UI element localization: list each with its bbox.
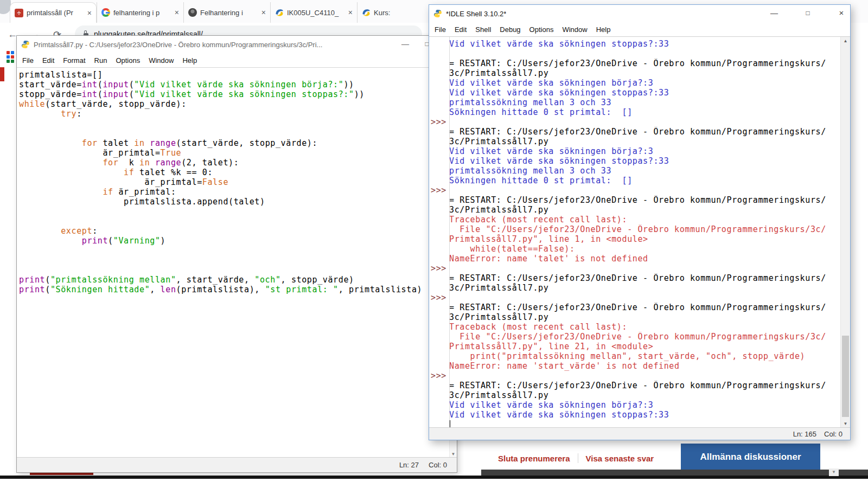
menu-edit[interactable]: Edit <box>450 23 471 36</box>
tab-title: primtalssåll (Pr <box>27 9 84 17</box>
code-line <box>19 129 450 138</box>
shell-line: = RESTART: C:/Users/jefor23/OneDrive - Ö… <box>429 381 841 390</box>
window-corner <box>0 0 11 14</box>
shell-line: Vid vilket värde ska sökningen börja?:3 <box>429 400 841 410</box>
shell-line: >>> <box>429 264 841 273</box>
menu-run[interactable]: Run <box>90 54 112 67</box>
maximize-button[interactable]: □ <box>799 5 816 22</box>
shell-line <box>429 49 841 59</box>
col-indicator: Col: 0 <box>824 430 843 438</box>
code-line <box>19 255 450 265</box>
editor-titlebar[interactable]: Primtalssåll7.py - C:/Users/jefor23/OneD… <box>17 36 457 53</box>
shell-line: primtalssökning mellan 3 och 33 <box>429 98 841 107</box>
shell-window-title: *IDLE Shell 3.10.2* <box>446 10 506 18</box>
shell-line: Sökningen hittade 0 st primtal: [] <box>429 107 841 117</box>
bookmark-grid-icon[interactable] <box>7 51 14 63</box>
code-line: är_primtal=False <box>19 177 450 187</box>
tab-felhantering-google[interactable]: felhantering i p × <box>97 2 183 23</box>
shell-line <box>429 420 841 428</box>
shell-rows: Vid vilket värde ska sökningen stoppas?:… <box>429 37 841 428</box>
shell-line: Vid vilket värde ska sökningen stoppas?:… <box>429 88 841 98</box>
shell-text-area[interactable]: Vid vilket värde ska sökningen stoppas?:… <box>429 36 850 428</box>
menu-window[interactable]: Window <box>558 23 591 36</box>
shell-line: >>> <box>429 371 841 381</box>
code-line: print("primtalssökning mellan", start_vä… <box>19 275 450 285</box>
code-line <box>19 246 450 255</box>
close-tab-icon[interactable]: × <box>87 9 92 17</box>
shell-line: NameError: name 'talet' is not defined <box>429 254 841 264</box>
menu-file[interactable]: File <box>430 23 450 36</box>
shell-line: = RESTART: C:/Users/jefor23/OneDrive - Ö… <box>429 273 841 283</box>
link-visa-senaste-svar[interactable]: Visa senaste svar <box>586 454 654 463</box>
code-line <box>19 119 450 129</box>
shell-line: NameError: name 'start_värde' is not def… <box>429 361 841 371</box>
shell-line: File "C:/Users/jefor23/OneDrive - Örebro… <box>429 332 841 342</box>
shell-line: 3c/Primtalssåll7.py <box>429 283 841 293</box>
shell-line: 3c/Primtalssåll7.py <box>429 137 841 146</box>
prompt-gutter-divider <box>449 37 450 428</box>
tab-title: Felhantering i <box>200 9 258 17</box>
code-line: är_primtal=True <box>19 148 450 158</box>
menu-format[interactable]: Format <box>59 54 90 67</box>
link-divider <box>578 453 578 463</box>
menu-debug[interactable]: Debug <box>495 23 525 36</box>
shell-menubar: FileEditShellDebugOptionsWindowHelp <box>429 22 850 36</box>
scroll-down-icon[interactable]: ▼ <box>841 421 850 426</box>
shell-line: Traceback (most recent call last): <box>429 322 841 332</box>
shell-line: 3c/Primtalssåll7.py <box>429 312 841 322</box>
shell-line: = RESTART: C:/Users/jefor23/OneDrive - Ö… <box>429 127 841 137</box>
editor-window-title: Primtalssåll7.py - C:/Users/jefor23/OneD… <box>34 41 322 49</box>
close-tab-icon[interactable]: × <box>348 8 353 17</box>
screen: ÷ primtalssåll (Pr × felhantering i p × … <box>0 0 868 488</box>
code-line <box>19 216 450 226</box>
tab-title: Kurs: <box>374 9 409 17</box>
code-line: try: <box>19 109 450 119</box>
close-tab-icon[interactable]: × <box>261 8 266 17</box>
itslearning-icon <box>275 8 284 17</box>
scroll-up-icon[interactable]: ▲ <box>841 38 850 43</box>
minimize-button[interactable]: — <box>765 5 783 22</box>
red-accent-bar <box>30 473 93 475</box>
scrollbar-thumb[interactable] <box>842 336 849 417</box>
tab-ik005u[interactable]: IK005U_C4110_ × <box>270 2 357 23</box>
editor-menubar: FileEditFormatRunOptionsWindowHelp <box>17 53 457 67</box>
code-line: print("Varning") <box>19 236 450 246</box>
col-indicator: Col: 0 <box>429 461 447 469</box>
menu-shell[interactable]: Shell <box>471 23 495 36</box>
editor-code-area[interactable]: primtalslista=[]start_värde=int(input("V… <box>17 67 450 458</box>
menu-file[interactable]: File <box>18 54 38 67</box>
code-line: if talet %k == 0: <box>19 168 450 177</box>
menu-options[interactable]: Options <box>525 23 558 36</box>
line-indicator: Ln: 27 <box>399 461 419 469</box>
page-scrollbar-down-icon[interactable]: ▼ <box>829 468 839 476</box>
shell-scrollbar[interactable]: ▲ ▼ <box>840 37 850 428</box>
menu-window[interactable]: Window <box>144 54 178 67</box>
code-line: while(start_värde, stopp_värde): <box>19 99 450 109</box>
allmanna-diskussioner-button[interactable]: Allmänna diskussioner <box>681 444 820 471</box>
tab-list: ÷ primtalssåll (Pr × felhantering i p × … <box>10 2 417 23</box>
tab-primtalssall[interactable]: ÷ primtalssåll (Pr × <box>10 2 97 23</box>
menu-help[interactable]: Help <box>178 54 201 67</box>
scroll-down-icon[interactable]: ▼ <box>450 452 457 457</box>
shell-line: Vid vilket värde ska sökningen börja?:3 <box>429 78 841 88</box>
link-sluta-prenumerera[interactable]: Sluta prenumerera <box>498 454 570 463</box>
minimize-button[interactable]: — <box>397 36 414 53</box>
code-line <box>19 265 450 275</box>
tab-title: felhantering i p <box>113 9 171 17</box>
page-logo-fragment <box>0 67 4 81</box>
itslearning-icon <box>362 8 371 17</box>
menu-edit[interactable]: Edit <box>38 54 59 67</box>
shell-line: Sökningen hittade 0 st primtal: [] <box>429 176 841 185</box>
shell-line: 3c/Primtalssåll7.py <box>429 390 841 400</box>
tab-felhantering-forum[interactable]: Felhantering i × <box>183 2 270 23</box>
shell-line: while(talet==False): <box>429 244 841 254</box>
shell-line: = RESTART: C:/Users/jefor23/OneDrive - Ö… <box>429 195 841 205</box>
menu-help[interactable]: Help <box>592 23 615 36</box>
tab-kurs[interactable]: Kurs: <box>357 2 417 23</box>
shell-line: Primtalssåll7.py", line 1, in <module> <box>429 234 841 244</box>
shell-titlebar[interactable]: *IDLE Shell 3.10.2* — □ × <box>429 5 850 22</box>
menu-options[interactable]: Options <box>111 54 144 67</box>
close-tab-icon[interactable]: × <box>175 8 179 17</box>
shell-line: >>> <box>429 185 841 195</box>
close-button[interactable]: × <box>833 5 850 22</box>
